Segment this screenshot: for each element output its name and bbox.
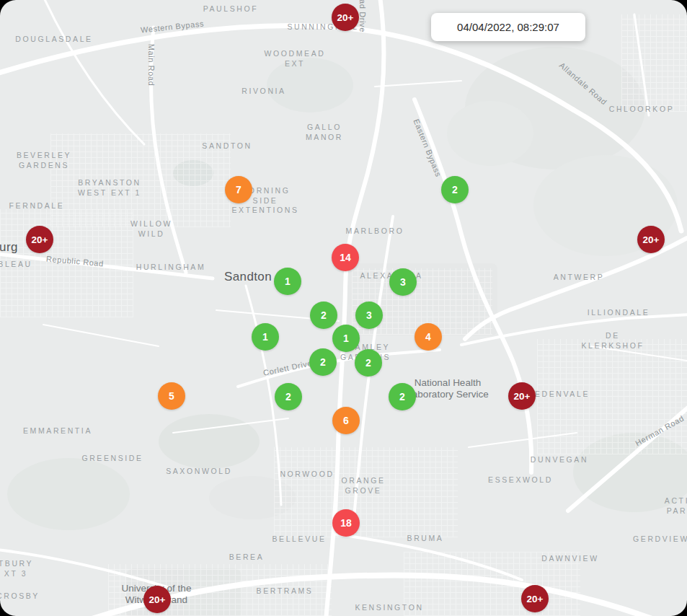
area-label: BRYANSTONWEST EXT 1	[78, 178, 141, 198]
area-label: DOUGLASDALE	[15, 35, 92, 45]
cluster-marker[interactable]: 3	[389, 268, 417, 296]
area-label: EDENVALE	[535, 390, 590, 400]
area-label: PAULSHOF	[203, 4, 259, 14]
area-label: RIVONIA	[241, 87, 285, 97]
cluster-marker[interactable]: 20+	[26, 226, 53, 253]
cluster-marker[interactable]: 6	[332, 407, 360, 434]
area-label: CROSBY	[0, 591, 40, 602]
poi-label: National HealthLaboratory Service	[407, 377, 488, 400]
area-label: BEREA	[229, 553, 265, 563]
timestamp-text: 04/04/2022, 08:29:07	[457, 21, 559, 33]
cluster-marker[interactable]: 2	[441, 176, 469, 203]
cluster-marker[interactable]: 2	[355, 349, 382, 377]
area-label: BRUMA	[407, 534, 444, 544]
area-label: DAWNVIEW	[541, 554, 598, 564]
area-label: TBURYXT 3	[0, 559, 33, 578]
cluster-marker[interactable]: 20+	[521, 585, 549, 612]
road-label: Main Road	[147, 44, 156, 87]
area-label: BLEAU	[0, 260, 32, 270]
area-label: ORANGEGROVE	[341, 476, 385, 496]
cluster-marker[interactable]: 2	[309, 348, 337, 376]
cluster-marker[interactable]: 18	[332, 509, 360, 537]
cluster-marker[interactable]: 5	[158, 382, 185, 410]
area-label: ACTIPAR	[665, 496, 687, 516]
cluster-marker[interactable]: 2	[275, 383, 302, 410]
area-label: NORWOOD	[280, 470, 334, 480]
area-label: SANDTON	[202, 141, 252, 151]
area-label: WILLOWWILD	[130, 219, 172, 239]
map[interactable]: DOUGLASDALEPAULSHOFSUNNINGHILLWOODMEADEX…	[0, 0, 687, 616]
area-label: ANTWERP	[554, 273, 605, 283]
area-label: DEKLERKSHOF	[582, 331, 644, 351]
cluster-marker[interactable]: 20+	[508, 382, 536, 410]
area-label: BELLEVUE	[272, 534, 326, 545]
cluster-marker[interactable]: 20+	[143, 586, 171, 613]
cluster-marker[interactable]: 20+	[332, 4, 359, 31]
cluster-marker[interactable]: 14	[332, 244, 359, 271]
area-label: DUNVEGAN	[531, 455, 588, 465]
road-label: ad Drive	[358, 0, 367, 32]
cluster-marker[interactable]: 2	[389, 383, 416, 410]
area-label: EMMARENTIA	[23, 426, 92, 436]
cluster-marker[interactable]: 20+	[637, 226, 665, 253]
area-label: SAXONWOLD	[166, 467, 232, 477]
cluster-marker[interactable]: 1	[274, 268, 301, 295]
cluster-marker[interactable]: 1	[332, 325, 360, 352]
area-label: GREENSIDE	[81, 454, 143, 464]
city-label: urg	[0, 240, 18, 255]
area-label: BEVERLEYGARDENS	[17, 151, 71, 170]
cluster-marker[interactable]: 7	[225, 176, 252, 203]
area-label: WOODMEADEXT	[265, 49, 326, 69]
cluster-marker[interactable]: 1	[252, 323, 279, 351]
app-screen: DOUGLASDALEPAULSHOFSUNNINGHILLWOODMEADEX…	[0, 0, 687, 616]
city-label: Sandton	[224, 270, 272, 284]
area-label: BERTRAMS	[257, 586, 314, 597]
area-label: GALLOMANOR	[306, 123, 343, 142]
area-label: MARLBORO	[346, 226, 404, 237]
area-label: ESSEXWOLD	[488, 475, 553, 485]
area-label: ILLIONDALE	[588, 308, 650, 318]
area-label: CHLOORKOP	[609, 105, 675, 115]
area-label: FERNDALE	[9, 201, 65, 211]
area-label: GERDVIEW	[633, 534, 687, 545]
area-label: KENSINGTON	[355, 603, 423, 613]
cluster-marker[interactable]: 3	[355, 302, 383, 329]
timestamp-panel: 04/04/2022, 08:29:07	[431, 13, 585, 41]
cluster-marker[interactable]: 4	[415, 323, 442, 351]
area-label: HURLINGHAM	[136, 263, 206, 273]
cluster-marker[interactable]: 2	[310, 302, 337, 329]
